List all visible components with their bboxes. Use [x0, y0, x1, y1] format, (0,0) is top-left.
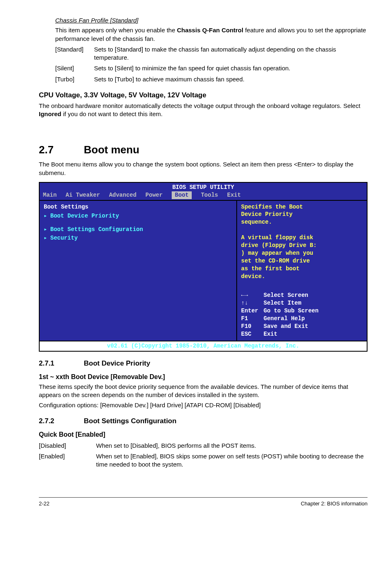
bios-nav-key: ↑↓ — [241, 299, 264, 307]
bios-help-line: drive (Floppy Drive B: — [241, 242, 363, 249]
bios-nav-row: ↑↓Select Item — [241, 299, 363, 307]
bios-tabs: MainAi TweakerAdvancedPowerBootToolsExit — [40, 191, 367, 200]
bios-help-line: Specifies the Boot — [241, 203, 363, 211]
chassis-options: [Standard]Sets to [Standard] to make the… — [55, 45, 368, 83]
intro-bold: Chassis Q-Fan Control — [177, 27, 244, 34]
bios-help-line — [241, 226, 363, 234]
chassis-profile-intro: This item appears only when you enable t… — [55, 26, 368, 43]
bios-nav-val: Exit — [264, 330, 278, 338]
bios-tab-tools: Tools — [201, 191, 218, 199]
option-val: Sets to [Turbo] to achieve maximum chass… — [94, 75, 368, 83]
bios-nav-key: ←→ — [241, 292, 264, 299]
bios-help-line: ) may appear when you — [241, 249, 363, 257]
bios-nav-key: ESC — [241, 330, 264, 338]
cpu-bold: Ignored — [39, 110, 61, 117]
sec271-heading: 2.7.1Boot Device Priority — [39, 359, 368, 368]
triangle-icon: ▸ — [44, 226, 50, 233]
bios-nav-row: EnterGo to Sub Screen — [241, 307, 363, 315]
boot-menu-heading: 2.7Boot menu — [39, 143, 368, 157]
bios-menu-item: ▸Boot Settings Configuration — [44, 226, 232, 233]
bios-tab-main: Main — [43, 191, 57, 199]
bios-tab-power: Power — [146, 191, 163, 199]
bios-menu-item: ▸Security — [44, 234, 232, 242]
bios-nav-val: Go to Sub Screen — [264, 307, 318, 315]
bios-tab-boot: Boot — [172, 191, 192, 199]
bios-nav-val: General Help — [264, 315, 305, 323]
boot-menu-title: Boot menu — [84, 144, 139, 156]
bios-help-line: A virtual floppy disk — [241, 234, 363, 242]
bios-menu-item: ▸Boot Device Priority — [44, 212, 232, 220]
option-row: [Silent]Sets to [Silent] to minimize the… — [55, 64, 368, 72]
cpu-suffix: if you do not want to detect this item. — [61, 110, 163, 117]
option-val: Sets to [Standard] to make the chassis f… — [94, 45, 368, 62]
bios-nav-row: ESCExit — [241, 330, 363, 338]
sec272-options: [Disabled]When set to [Disabled], BIOS p… — [39, 442, 368, 469]
sec272-heading: 2.7.2Boot Settings Configuration — [39, 417, 368, 426]
option-key: [Turbo] — [55, 75, 94, 83]
bios-nav-key: Enter — [241, 307, 264, 315]
option-key: [Silent] — [55, 64, 94, 72]
bios-nav-row: ←→Select Screen — [241, 292, 363, 299]
bios-help-panel: Specifies the BootDevice Prioritysequenc… — [237, 201, 367, 341]
bios-nav-val: Select Item — [264, 299, 301, 307]
bios-screenshot: BIOS SETUP UTILITY MainAi TweakerAdvance… — [39, 182, 368, 352]
option-key: [Disabled] — [39, 442, 96, 450]
option-val: Sets to [Silent] to minimize the fan spe… — [94, 64, 368, 72]
bios-menu-label: Boot Settings Configuration — [50, 226, 143, 233]
option-val: When set to [Disabled], BIOS performs al… — [96, 442, 368, 450]
bios-left-heading: Boot Settings — [44, 203, 232, 211]
option-row: [Disabled]When set to [Disabled], BIOS p… — [39, 442, 368, 450]
footer-right: Chapter 2: BIOS information — [301, 500, 368, 507]
sec271-p1: These items specify the boot device prio… — [39, 383, 368, 399]
sec271-p2: Configuration options: [Removable Dev.] … — [39, 401, 368, 409]
sec272-h4: Quick Boot [Enabled] — [39, 430, 368, 439]
option-row: [Standard]Sets to [Standard] to make the… — [55, 45, 368, 62]
option-val: When set to [Enabled], BIOS skips some p… — [96, 452, 368, 469]
bios-menu-label: Boot Device Priority — [50, 212, 119, 220]
boot-menu-intro: The Boot menu items allow you to change … — [39, 160, 368, 177]
triangle-icon: ▸ — [44, 234, 50, 242]
bios-nav-row: F1General Help — [241, 315, 363, 323]
sec271-title: Boot Device Priority — [84, 359, 150, 367]
bios-help-line: as the first boot — [241, 265, 363, 273]
chassis-profile-heading: Chassis Fan Profile [Standard] — [55, 16, 368, 25]
cpu-prefix: The onboard hardware monitor automatical… — [39, 102, 360, 109]
bios-nav: ←→Select Screen↑↓Select ItemEnterGo to S… — [241, 292, 363, 338]
bios-tab-exit: Exit — [227, 191, 241, 199]
cpu-voltage-heading: CPU Voltage, 3.3V Voltage, 5V Voltage, 1… — [39, 91, 368, 100]
option-row: [Enabled]When set to [Enabled], BIOS ski… — [39, 452, 368, 469]
bios-help-line: Device Priority — [241, 211, 363, 218]
bios-menu-label: Security — [50, 234, 78, 242]
bios-nav-row: F10Save and Exit — [241, 323, 363, 330]
page-footer: 2-22 Chapter 2: BIOS information — [39, 497, 368, 507]
bios-left-panel: Boot Settings ▸Boot Device Priority▸Boot… — [40, 201, 237, 341]
bios-help-line: sequence. — [241, 218, 363, 226]
bios-nav-key: F1 — [241, 315, 264, 323]
sec271-h4: 1st ~ xxth Boot Device [Removable Dev.] — [39, 373, 368, 382]
sec272-title: Boot Settings Configuration — [84, 417, 177, 425]
bios-nav-key: F10 — [241, 323, 264, 330]
option-key: [Enabled] — [39, 452, 96, 469]
option-row: [Turbo]Sets to [Turbo] to achieve maximu… — [55, 75, 368, 83]
bios-nav-val: Save and Exit — [264, 323, 308, 330]
boot-menu-num: 2.7 — [39, 143, 84, 157]
bios-help-line: set the CD-ROM drive — [241, 257, 363, 265]
bios-nav-val: Select Screen — [264, 292, 308, 299]
sec272-num: 2.7.2 — [39, 417, 84, 426]
bios-tab-ai-tweaker: Ai Tweaker — [66, 191, 100, 199]
option-key: [Standard] — [55, 45, 94, 62]
bios-tab-advanced: Advanced — [109, 191, 137, 199]
bios-title: BIOS SETUP UTILITY — [40, 183, 367, 191]
intro-prefix: This item appears only when you enable t… — [55, 27, 177, 34]
bios-help-line: device. — [241, 273, 363, 281]
sec271-num: 2.7.1 — [39, 359, 84, 368]
cpu-voltage-body: The onboard hardware monitor automatical… — [39, 102, 368, 119]
triangle-icon: ▸ — [44, 212, 50, 220]
footer-left: 2-22 — [39, 500, 49, 507]
bios-footer: v02.61 (C)Copyright 1985-2010, American … — [40, 341, 367, 351]
